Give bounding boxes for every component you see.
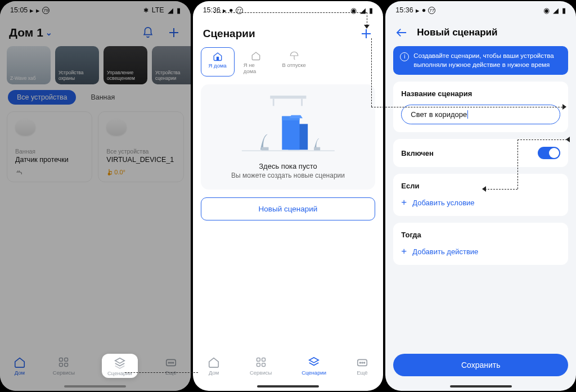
arrow-head-icon	[364, 25, 370, 29]
svg-rect-11	[273, 99, 274, 106]
new-scenario-button[interactable]: Новый сценарий	[201, 197, 376, 220]
signal-icon: ◢	[553, 6, 559, 15]
scenario-name-input[interactable]: Свет в коридоре	[401, 105, 560, 124]
status-bar: 15:36 ▸ ● 77 ◉ ◢ ▮	[193, 1, 384, 19]
home-indicator	[64, 385, 126, 388]
tab-services[interactable]: Сервисы	[250, 356, 272, 376]
more-icon	[165, 356, 177, 368]
device-card[interactable]: Все устройства VIRTUAL_DEVICE_1 0.0°	[98, 111, 183, 182]
svg-rect-9	[217, 57, 218, 60]
guide-arrow	[214, 12, 367, 13]
grid-icon	[255, 356, 267, 368]
tab-label: Сценарии	[107, 370, 132, 376]
empty-illustration	[210, 96, 367, 157]
page-title: Сценарии	[203, 28, 255, 40]
signal-icon: ◢	[360, 6, 366, 15]
svg-rect-1	[60, 358, 63, 361]
svg-point-24	[359, 362, 361, 363]
device-image	[15, 119, 35, 136]
svg-rect-10	[270, 96, 306, 99]
room-card[interactable]: Устройства охраны	[55, 46, 99, 84]
device-temp: 0.0°	[106, 168, 175, 176]
bt-icon: ✱	[143, 7, 148, 14]
guide-arrow	[125, 372, 198, 373]
wifi-icon: ◉	[543, 6, 550, 15]
card-label: Z-Wave хаб	[10, 76, 36, 81]
home-icon	[14, 356, 26, 368]
card-label: Управление освещением	[107, 70, 144, 81]
guide-arrow	[371, 107, 562, 107]
plus-icon[interactable]	[166, 25, 182, 40]
tab-label: Дом	[15, 370, 25, 376]
tab-home[interactable]: Дом	[14, 356, 26, 376]
umbrella-icon	[289, 51, 299, 61]
card-label: Устройства сценарии	[155, 70, 191, 81]
mode-label: Я дома	[209, 62, 227, 69]
svg-rect-4	[65, 363, 68, 366]
reddit-icon: ●	[422, 6, 426, 14]
filter-chip-all[interactable]: Все устройства	[8, 90, 76, 105]
badge-icon: 79	[42, 7, 50, 14]
mode-vacation[interactable]: В отпуске	[277, 47, 311, 76]
badge-icon: 77	[428, 7, 435, 14]
room-cards: Z-Wave хаб Устройства охраны Управление …	[0, 44, 191, 90]
room-card[interactable]: Z-Wave хаб	[7, 46, 51, 84]
battery-icon: ▮	[562, 6, 566, 15]
grid-icon	[57, 356, 70, 368]
layers-icon	[308, 356, 320, 368]
device-name: Датчик протечки	[15, 156, 84, 164]
screen-scenarios: 15:36 ▸ ● 77 ◉ ◢ ▮ Сценарии Я дома Я не …	[193, 1, 384, 391]
device-name: VIRTUAL_DEVICE_1	[106, 156, 175, 164]
status-bar: 15:36 ▸ ● 77 ◉ ◢ ▮	[385, 1, 576, 19]
then-label: Тогда	[401, 231, 560, 239]
home-selector[interactable]: Дом 1 ⌄	[9, 26, 52, 39]
tab-scenarios[interactable]: Сценарии	[302, 356, 326, 376]
filter-chip-bath[interactable]: Ванная	[82, 90, 124, 105]
net-label: LTE	[152, 6, 164, 14]
arrow-head-icon	[562, 104, 566, 110]
enabled-section: Включен	[393, 139, 568, 167]
device-card[interactable]: Ванная Датчик протечки	[7, 111, 92, 182]
svg-rect-3	[60, 363, 63, 366]
mode-label: Я не дома	[244, 62, 268, 74]
svg-point-26	[364, 362, 365, 363]
add-action-label: Добавить действие	[412, 247, 478, 256]
mode-home[interactable]: Я дома	[201, 47, 235, 76]
tab-services[interactable]: Сервисы	[53, 356, 75, 376]
text-cursor	[467, 110, 468, 119]
tab-label: Ещё	[357, 370, 367, 376]
home-indicator	[257, 385, 319, 388]
plus-icon: +	[401, 197, 407, 208]
name-value: Свет в коридоре	[411, 110, 467, 119]
youtube-icon: ▸	[30, 6, 34, 15]
tab-more[interactable]: Ещё	[356, 356, 368, 376]
save-button[interactable]: Сохранить	[393, 354, 568, 376]
guide-arrow	[367, 12, 367, 26]
room-card[interactable]: Управление освещением	[104, 46, 147, 84]
guide-arrow	[518, 139, 518, 189]
more-icon	[356, 356, 368, 368]
svg-point-8	[172, 362, 173, 363]
tab-bar: Дом Сервисы Сценарии Ещё	[193, 348, 384, 381]
svg-rect-19	[256, 358, 260, 361]
svg-point-0	[109, 173, 111, 175]
add-action-button[interactable]: + Добавить действие	[401, 246, 560, 257]
svg-rect-2	[65, 358, 68, 361]
page-title: Новый сценарий	[417, 27, 497, 38]
info-banner: i Создавайте сценарии, чтобы ваши устрой…	[393, 46, 568, 75]
bell-icon[interactable]	[140, 25, 156, 40]
guide-arrow	[371, 38, 372, 107]
add-condition-label: Добавить условие	[412, 199, 474, 207]
tab-scenarios[interactable]: Сценарии	[102, 354, 138, 378]
svg-point-25	[362, 362, 363, 363]
back-button[interactable]	[395, 28, 408, 38]
mode-away[interactable]: Я не дома	[239, 47, 273, 76]
add-condition-button[interactable]: + Добавить условие	[401, 197, 560, 208]
enabled-label: Включен	[401, 149, 434, 157]
room-card[interactable]: Устройства сценарии	[152, 46, 191, 84]
enabled-toggle[interactable]	[538, 147, 560, 159]
screen-home: 15:05 ▸ ▸ 79 ✱ LTE ◢ ▮ Дом 1 ⌄ Z-Wave ха…	[0, 1, 191, 391]
tab-home[interactable]: Дом	[208, 356, 220, 376]
svg-rect-20	[262, 358, 265, 361]
tab-bar: Дом Сервисы Сценарии Ещё	[0, 348, 191, 381]
